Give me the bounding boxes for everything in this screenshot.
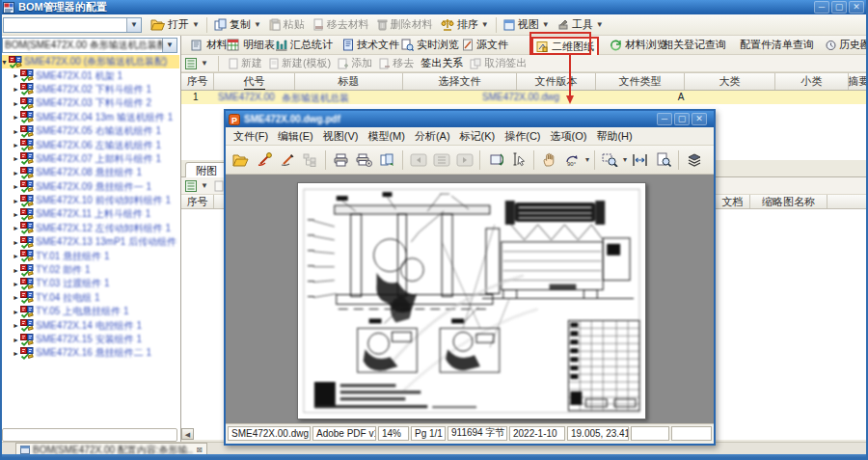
menu-markup[interactable]: 标记(K)	[456, 128, 500, 145]
address-combobox[interactable]: ▼	[3, 17, 142, 33]
markup-pen-button[interactable]	[254, 149, 274, 171]
chevron-collapsed-icon[interactable]: ►	[12, 281, 20, 287]
tree-item[interactable]: ►TY.03 过渡组件 1	[0, 277, 179, 290]
menu-options[interactable]: 选项(O)	[547, 128, 591, 145]
chevron-collapsed-icon[interactable]: ►	[12, 142, 20, 149]
chevron-collapsed-icon[interactable]: ►	[12, 86, 20, 93]
chevron-collapsed-icon[interactable]: ►	[12, 198, 20, 204]
open-button[interactable]: 打开▼	[147, 15, 203, 34]
sort-button[interactable]: 排序▼	[437, 15, 493, 34]
tree-item[interactable]: ►SME472X.16 悬挂组件二 1	[0, 346, 179, 360]
bom-combobox[interactable]: BOM(SME472X.00 条形输送机总装配) ▼	[2, 38, 177, 53]
rotate-view-button[interactable]	[485, 149, 505, 171]
list-options-button[interactable]: ▼	[185, 58, 208, 69]
page-next-button[interactable]	[454, 149, 475, 171]
tree-item[interactable]: ►SME472X.06 左输送机组件 1	[0, 138, 179, 151]
paste-button[interactable]: 粘贴	[265, 15, 309, 34]
page-list-button[interactable]	[431, 149, 451, 171]
close-button[interactable]: ✕	[849, 1, 864, 14]
tree-item[interactable]: ►SME472X.07 上部料斗组件 1	[0, 152, 179, 166]
material-button[interactable]: 材料	[191, 37, 228, 53]
col2-rest[interactable]	[827, 195, 868, 208]
tree-item[interactable]: ►SME472X.05 右输送机组件 1	[0, 124, 179, 138]
address-input[interactable]	[4, 18, 126, 32]
structure-tree-button[interactable]	[300, 149, 320, 171]
chevron-collapsed-icon[interactable]: ►	[12, 309, 20, 315]
content-hscroll-left-icon[interactable]: ◀	[181, 428, 194, 440]
chevron-collapsed-icon[interactable]: ►	[12, 337, 20, 343]
page-prev-button[interactable]	[408, 149, 428, 171]
attach-new-button[interactable]	[214, 180, 224, 192]
tree-item[interactable]: ►SME472X.14 电控组件 1	[0, 318, 179, 332]
rotate-90-button[interactable]: 90°	[562, 149, 583, 171]
col2-doc[interactable]: 文档	[716, 195, 750, 208]
tree-item[interactable]: ►SME472X.10 前传动卸料组件 1	[0, 194, 179, 207]
pan-hand-button[interactable]	[539, 149, 559, 171]
config-list-query-button[interactable]: 配置件清单查询	[740, 37, 814, 53]
remove-button[interactable]: 移去	[379, 56, 414, 70]
chevron-collapsed-icon[interactable]: ►	[12, 183, 20, 190]
col-type[interactable]: 文件类型	[596, 73, 685, 90]
menu-model[interactable]: 模型(M)	[364, 128, 409, 145]
tree-item-root[interactable]: ▼SME472X.00 (条形输送机总装配)	[0, 55, 179, 68]
col-subclass[interactable]: 小类	[775, 73, 849, 90]
caret-down-icon[interactable]: ▾	[623, 155, 627, 164]
tree-item[interactable]: ►SME472X.03 下料斗组件 2	[0, 96, 179, 110]
tree-item[interactable]: ►TY.01 悬挂组件 1	[0, 249, 179, 262]
viewer-minimize-button[interactable]: ─	[657, 113, 672, 125]
menu-view[interactable]: 视图(V)	[319, 128, 363, 145]
live-preview-button[interactable]: 实时浏览	[401, 37, 459, 53]
sign-pen-button[interactable]	[277, 149, 297, 171]
print-setup-button[interactable]	[354, 149, 374, 171]
chevron-collapsed-icon[interactable]: ►	[12, 100, 20, 107]
viewer-canvas[interactable]	[226, 175, 714, 423]
open-file-button[interactable]	[231, 149, 251, 171]
add-button[interactable]: 添加	[338, 56, 372, 70]
chevron-collapsed-icon[interactable]: ►	[12, 72, 20, 79]
col2-thumb-name[interactable]: 缩略图名称	[750, 195, 827, 208]
detail-table-button[interactable]: 明细表	[227, 37, 275, 53]
col-title[interactable]: 标题	[295, 73, 403, 90]
tree-item[interactable]: ►TY.02 部件 1	[0, 263, 179, 277]
viewer-title-bar[interactable]: P SME472X.00.dwg.pdf ─ ▢ ✕	[226, 111, 714, 127]
col-summary[interactable]: 摘要	[849, 73, 868, 90]
chevron-collapsed-icon[interactable]: ►	[12, 294, 20, 301]
tree-item[interactable]: ►SME472X.02 下料斗组件 1	[0, 83, 179, 96]
summary-stat-button[interactable]: 汇总统计	[275, 37, 333, 53]
tree-item[interactable]: ►SME472X.04 13m 输送机组件 1	[0, 111, 179, 124]
col-code[interactable]: 代号	[214, 73, 295, 90]
tree-item[interactable]: ►SME472X.01 机架 1	[0, 68, 179, 82]
chevron-collapsed-icon[interactable]: ►	[12, 322, 20, 329]
address-dropdown-icon[interactable]: ▼	[126, 18, 141, 32]
chevron-collapsed-icon[interactable]: ►	[12, 239, 20, 246]
chevron-collapsed-icon[interactable]: ►	[12, 350, 20, 357]
tree-item[interactable]: ►SME472X.12 左传动卸料组件 1	[0, 222, 179, 235]
copy-button[interactable]: 复制▼	[210, 15, 265, 34]
attach-list-options-button[interactable]: ▼	[185, 180, 208, 192]
col2-seq[interactable]: 序号	[181, 195, 214, 208]
minimize-button[interactable]: ─	[814, 1, 829, 14]
ribbon-overflow-icon[interactable]: »	[859, 37, 865, 53]
menu-operate[interactable]: 操作(C)	[501, 128, 544, 145]
chevron-collapsed-icon[interactable]: ►	[12, 267, 20, 274]
tree-item[interactable]: ►TY.04 拉电组 1	[0, 291, 179, 305]
new-template-button[interactable]: 新建(模板)	[269, 56, 331, 70]
caret-down-icon[interactable]: ▾	[585, 155, 589, 164]
menu-help[interactable]: 帮助(H)	[592, 128, 636, 145]
chevron-collapsed-icon[interactable]: ►	[12, 114, 20, 121]
tree-item[interactable]: ►SME472X.09 悬挂组件一 1	[0, 180, 179, 194]
maximize-button[interactable]: ▢	[831, 1, 847, 14]
tree-item[interactable]: ►SME472X.13 13mP1 后传动组件 1	[0, 235, 179, 249]
related-query-button[interactable]: 相关登记查询	[663, 37, 726, 53]
layers-button[interactable]	[684, 149, 704, 171]
menu-file[interactable]: 文件(F)	[230, 128, 272, 145]
menu-edit[interactable]: 编辑(E)	[274, 128, 317, 145]
bom-combobox-dropdown-icon[interactable]: ▼	[162, 39, 176, 52]
tab-close-icon[interactable]: ⊠	[196, 446, 203, 454]
doc-table-row[interactable]: 1 SME472X.00 条形输送机总装 SME472X.00.dwg A	[181, 91, 868, 105]
zoom-page-button[interactable]	[653, 149, 673, 171]
viewer-maximize-button[interactable]: ▢	[674, 113, 690, 125]
zoom-window-button[interactable]	[600, 149, 620, 171]
chevron-expanded-icon[interactable]: ▼	[0, 59, 9, 66]
delete-material-button[interactable]: 删除材料	[373, 15, 437, 34]
